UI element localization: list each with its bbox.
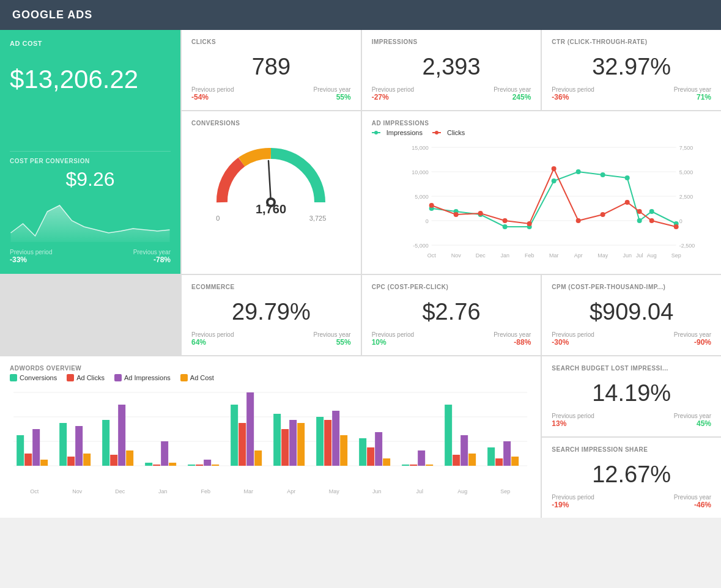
svg-point-38 (478, 211, 483, 216)
clicks-label: CLICKS (191, 39, 351, 45)
svg-point-34 (649, 209, 654, 214)
ad-cost-label: AD COST (10, 40, 171, 47)
clicks-py-label: Previous year (314, 86, 351, 93)
clicks-period-row: Previous period -54% Previous year 55% (191, 86, 351, 101)
svg-point-32 (624, 175, 629, 180)
svg-rect-89 (281, 429, 289, 466)
svg-rect-94 (332, 411, 339, 466)
search-budget-period-row: Previous period 13% Previous year 45% (552, 413, 711, 428)
cpc-py-label: Previous year (494, 331, 531, 338)
svg-point-29 (551, 178, 556, 183)
svg-point-6 (374, 131, 378, 134)
search-budget-card: SEARCH BUDGET LOST IMPRESSI... 14.19% Pr… (542, 356, 721, 436)
svg-point-30 (575, 169, 580, 174)
ctr-pp-label: Previous period (552, 86, 594, 93)
impressions-value: 2,393 (372, 48, 531, 84)
impressions-pp-pct: -27% (372, 93, 414, 101)
svg-text:May: May (329, 488, 340, 494)
ctr-period-row: Previous period -36% Previous year 71% (552, 86, 711, 101)
svg-rect-77 (153, 465, 160, 466)
svg-text:-2,500: -2,500 (679, 243, 695, 249)
legend-impressions-label: Impressions (386, 129, 423, 136)
search-impression-pp-pct: -19% (552, 501, 594, 509)
ad-cost-value: $13,206.22 (10, 65, 171, 94)
svg-rect-88 (273, 414, 281, 466)
ad-cost-previous-year-pct: -78% (133, 255, 171, 264)
svg-text:Nov: Nov (72, 488, 83, 494)
search-impression-label: SEARCH IMPRESSION SHARE (552, 446, 711, 453)
gauge-max: 3,725 (309, 215, 327, 222)
svg-text:Jul: Jul (416, 488, 423, 494)
svg-rect-79 (169, 463, 176, 466)
svg-point-31 (600, 172, 605, 177)
svg-text:Mar: Mar (243, 488, 253, 494)
svg-text:Apr: Apr (287, 488, 295, 494)
svg-text:Jun: Jun (623, 252, 632, 259)
svg-text:5,000: 5,000 (679, 169, 693, 175)
svg-rect-98 (375, 432, 382, 466)
svg-point-39 (502, 218, 507, 223)
svg-point-44 (624, 200, 629, 205)
impressions-label: IMPRESSIONS (372, 39, 531, 45)
svg-rect-83 (212, 465, 219, 466)
ad-impressions-legend: Impressions Clicks (372, 129, 711, 136)
svg-rect-64 (17, 435, 24, 466)
svg-rect-97 (367, 447, 374, 466)
svg-line-1 (268, 161, 271, 202)
svg-rect-104 (445, 405, 452, 466)
svg-rect-69 (67, 457, 75, 466)
ecommerce-value: 29.79% (191, 293, 351, 329)
legend-clicks: Clicks (432, 129, 465, 136)
ad-cost-period-row: Previous period -33% Previous year -78% (10, 249, 171, 264)
svg-text:Sep: Sep (671, 252, 681, 259)
svg-text:2,500: 2,500 (679, 194, 693, 200)
legend-impressions: Impressions (372, 129, 423, 136)
svg-text:Feb: Feb (525, 252, 534, 259)
ctr-value: 32.97% (552, 48, 711, 84)
ad-cost-card: AD COST $13,206.22 COST PER CONVERSION $… (0, 30, 180, 274)
cpm-period-row: Previous period -30% Previous year -90% (552, 331, 711, 347)
svg-text:Dec: Dec (475, 252, 486, 259)
search-budget-pp-pct: 13% (552, 419, 594, 428)
page-header: GOOGLE ADS (0, 0, 721, 30)
impressions-py-pct: 245% (494, 93, 531, 101)
clicks-card: CLICKS 789 Previous period -54% Previous… (182, 30, 361, 110)
svg-rect-111 (511, 457, 519, 466)
svg-text:Jun: Jun (372, 488, 382, 494)
svg-rect-101 (410, 465, 417, 466)
svg-text:Nov: Nov (451, 252, 461, 259)
svg-text:Jan: Jan (500, 252, 509, 259)
search-impression-pp-label: Previous period (552, 494, 594, 501)
adwords-overview-card: ADWORDS OVERVIEW Conversions Ad Clicks A… (0, 356, 541, 518)
page-title: GOOGLE ADS (12, 9, 92, 21)
svg-text:May: May (597, 252, 608, 259)
cpc-card: CPC (COST-PER-CLICK) $2.76 Previous peri… (362, 275, 541, 355)
svg-rect-67 (40, 460, 48, 466)
cost-per-conversion-label: COST PER CONVERSION (10, 158, 171, 164)
svg-rect-70 (75, 426, 83, 466)
svg-rect-80 (188, 465, 195, 466)
svg-text:Aug: Aug (457, 488, 467, 494)
svg-text:-5,000: -5,000 (413, 243, 429, 249)
cpc-value: $2.76 (372, 293, 531, 329)
svg-rect-92 (316, 417, 324, 466)
ecommerce-card: ECOMMERCE 29.79% Previous period 64% Pre… (182, 275, 361, 355)
ecommerce-py-pct: 55% (314, 338, 351, 347)
svg-rect-93 (324, 420, 331, 466)
svg-rect-109 (495, 458, 503, 466)
svg-point-42 (575, 218, 580, 223)
svg-text:7,500: 7,500 (679, 145, 693, 151)
cpc-py-pct: -88% (494, 338, 531, 347)
svg-text:Feb: Feb (201, 488, 210, 494)
svg-text:Oct: Oct (427, 252, 436, 259)
svg-rect-90 (289, 420, 297, 466)
svg-marker-0 (11, 205, 170, 242)
ecommerce-pp-label: Previous period (191, 331, 234, 338)
svg-text:Dec: Dec (115, 488, 125, 494)
svg-point-45 (637, 209, 642, 214)
ad-impressions-card: AD IMPRESSIONS Impressions Clicks 15,000… (362, 111, 721, 274)
cpm-py-pct: -90% (674, 338, 711, 347)
svg-rect-66 (32, 429, 40, 466)
svg-text:10,000: 10,000 (412, 169, 429, 175)
impressions-pp-label: Previous period (372, 86, 414, 93)
